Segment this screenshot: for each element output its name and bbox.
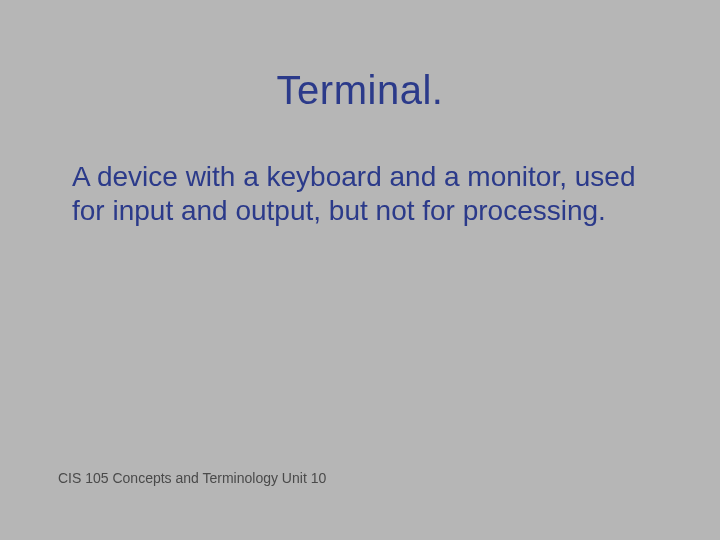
slide: Terminal. A device with a keyboard and a… [0, 0, 720, 540]
slide-title: Terminal. [0, 68, 720, 113]
slide-body-text: A device with a keyboard and a monitor, … [72, 160, 660, 228]
slide-footer: CIS 105 Concepts and Terminology Unit 10 [58, 470, 326, 486]
